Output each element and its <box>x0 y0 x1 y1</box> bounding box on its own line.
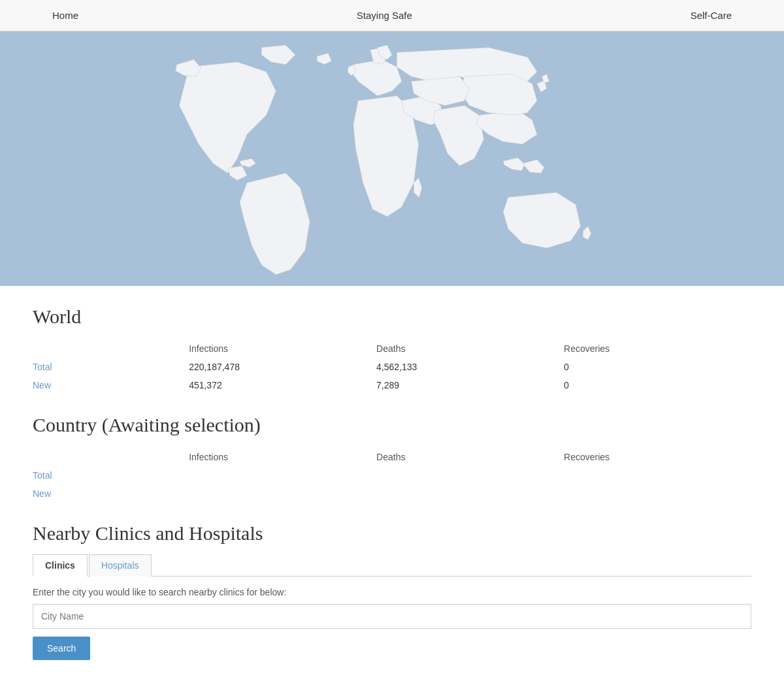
tabs-container: Clinics Hospitals <box>33 554 751 576</box>
nearby-title: Nearby Clinics and Hospitals <box>33 522 751 545</box>
world-stats-table: Infections Deaths Recoveries Total 220,1… <box>33 340 751 394</box>
city-input[interactable] <box>33 604 751 629</box>
world-new-label: New <box>33 376 189 394</box>
world-total-recoveries: 0 <box>564 358 751 376</box>
country-total-row: Total <box>33 466 751 484</box>
search-button[interactable]: Search <box>33 637 90 660</box>
world-total-infections: 220,187,478 <box>189 358 376 376</box>
country-new-label: New <box>33 484 189 503</box>
country-deaths-header: Deaths <box>376 448 564 466</box>
search-instructions: Enter the city you would like to search … <box>33 587 751 597</box>
nearby-section: Nearby Clinics and Hospitals Clinics Hos… <box>33 522 751 660</box>
main-content: World Infections Deaths Recoveries Total… <box>0 286 784 679</box>
world-deaths-header: Deaths <box>376 340 564 358</box>
country-new-infections <box>189 484 376 503</box>
nav-home[interactable]: Home <box>52 10 78 21</box>
tab-clinics[interactable]: Clinics <box>33 554 88 576</box>
world-new-deaths: 7,289 <box>376 376 564 394</box>
world-new-infections: 451,372 <box>189 376 376 394</box>
world-total-row: Total 220,187,478 4,562,133 0 <box>33 358 751 376</box>
country-infections-header: Infections <box>189 448 376 466</box>
nav-self-care[interactable]: Self-Care <box>691 10 732 21</box>
country-title: Country (Awaiting selection) <box>33 414 751 436</box>
nav-staying-safe[interactable]: Staying Safe <box>357 10 412 21</box>
country-total-infections <box>189 466 376 484</box>
country-section: Country (Awaiting selection) Infections … <box>33 414 751 503</box>
country-new-deaths <box>376 484 564 503</box>
world-new-recoveries: 0 <box>564 376 751 394</box>
country-total-label: Total <box>33 466 189 484</box>
tab-hospitals[interactable]: Hospitals <box>89 554 152 576</box>
country-new-recoveries <box>564 484 751 503</box>
world-recoveries-header: Recoveries <box>564 340 751 358</box>
world-infections-header: Infections <box>189 340 376 358</box>
country-total-recoveries <box>564 466 751 484</box>
world-map <box>144 38 640 279</box>
world-section: World Infections Deaths Recoveries Total… <box>33 306 751 394</box>
world-total-deaths: 4,562,133 <box>376 358 564 376</box>
main-nav: Home Staying Safe Self-Care <box>0 0 784 31</box>
world-new-row: New 451,372 7,289 0 <box>33 376 751 394</box>
map-hero <box>0 31 784 286</box>
world-title: World <box>33 306 751 328</box>
country-stats-table: Infections Deaths Recoveries Total New <box>33 448 751 503</box>
world-total-label: Total <box>33 358 189 376</box>
country-recoveries-header: Recoveries <box>564 448 751 466</box>
country-new-row: New <box>33 484 751 503</box>
country-total-deaths <box>376 466 564 484</box>
